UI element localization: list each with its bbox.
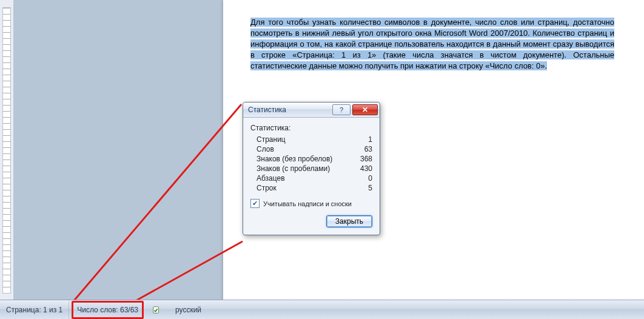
status-bar: Страница: 1 из 1 Число слов: 63/63 русск… [0, 300, 644, 319]
selected-paragraph[interactable]: Для того чтобы узнать количество символо… [250, 17, 614, 72]
dialog-title: Статистика [248, 106, 286, 114]
word-count-status[interactable]: Число слов: 63/63 [72, 301, 144, 319]
stat-value: 0 [354, 174, 372, 183]
statistics-dialog: Статистика ? ✕ Статистика: Страниц1 Слов… [243, 102, 380, 235]
stat-label: Абзацев [257, 174, 354, 183]
dialog-titlebar[interactable]: Статистика ? ✕ [243, 102, 380, 118]
dialog-body: Статистика: Страниц1 Слов63 Знаков (без … [243, 118, 380, 235]
stat-label: Слов [257, 145, 354, 153]
stat-value: 1 [354, 135, 372, 144]
stat-row: Слов63 [250, 144, 372, 154]
dialog-heading: Статистика: [250, 124, 372, 132]
include-textboxes-row[interactable]: ✔ Учитывать надписи и сноски [250, 199, 372, 208]
proofing-status[interactable] [146, 300, 169, 319]
stat-row: Знаков (без пробелов)368 [250, 154, 372, 164]
checkbox-label: Учитывать надписи и сноски [263, 200, 352, 207]
stat-row: Абзацев0 [250, 173, 372, 183]
stat-row: Строк5 [250, 183, 372, 193]
stat-label: Страниц [257, 135, 354, 144]
svg-rect-2 [153, 306, 159, 313]
highlighted-text[interactable]: Для того чтобы узнать количество символо… [250, 18, 614, 70]
page-status[interactable]: Страница: 1 из 1 [0, 300, 69, 319]
vertical-ruler [0, 0, 14, 300]
help-button[interactable]: ? [332, 104, 351, 115]
stat-value: 5 [354, 184, 372, 192]
stat-label: Знаков (без пробелов) [257, 155, 354, 163]
stat-value: 63 [354, 145, 372, 153]
proofing-icon [152, 306, 161, 314]
stat-row: Страниц1 [250, 135, 372, 144]
stat-label: Знаков (с пробелами) [257, 164, 354, 173]
close-button[interactable]: Закрыть [326, 215, 372, 227]
stat-label: Строк [257, 184, 354, 192]
stat-row: Знаков (с пробелами)430 [250, 164, 372, 173]
checkbox-icon[interactable]: ✔ [250, 199, 260, 208]
language-status[interactable]: русский [169, 300, 207, 319]
stat-value: 430 [354, 164, 372, 173]
stat-value: 368 [354, 155, 372, 163]
close-icon[interactable]: ✕ [352, 104, 378, 115]
